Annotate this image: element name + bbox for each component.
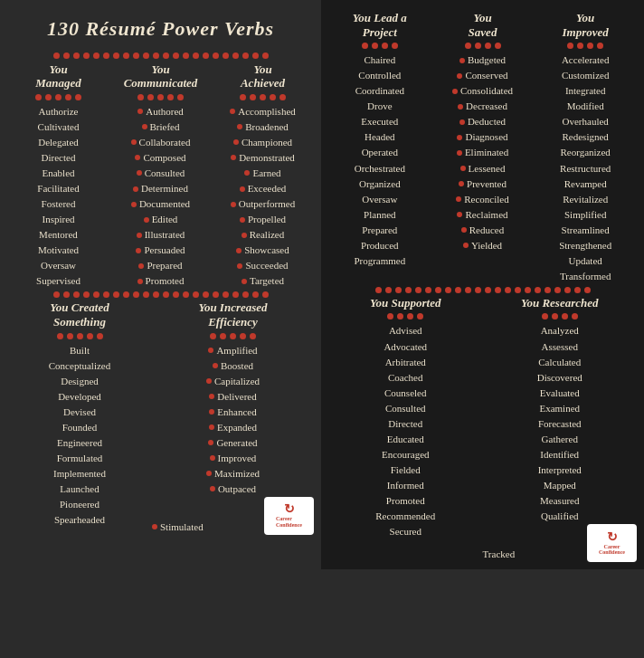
improved-col: YouImproved Accelerated Customized Integ… (534, 11, 637, 284)
logo-box-right: ↻ CareerConfidence (587, 524, 637, 562)
word: Identified (483, 447, 638, 463)
bottom-right-row: You Supported Advised Advocated Arbitrat… (328, 296, 637, 562)
word-row: Budgeted (431, 52, 535, 68)
word: Built (7, 343, 152, 358)
word: Mapped (483, 478, 638, 493)
logo-text-left: CareerConfidence (276, 516, 302, 528)
word: Examined (483, 401, 638, 416)
word-row: Amplified (152, 343, 314, 358)
word-row: Accomplished (212, 104, 314, 119)
main-container: 130 Résumé Power Verbs YouManaged Author… (0, 0, 644, 569)
word: Evaluated (483, 386, 638, 401)
word-row: Propelled (212, 212, 314, 227)
word: Developed (7, 389, 152, 405)
word-row: Boosted (152, 358, 314, 374)
main-title: 130 Résumé Power Verbs (14, 16, 307, 43)
word-row: Yielded (431, 238, 535, 253)
word: Educated (328, 432, 483, 447)
word-row: Consolidated (431, 83, 535, 99)
word-row: Determined (109, 181, 212, 196)
efficiency-col: You IncreasedEfficiency Amplified Booste… (152, 300, 314, 535)
word: Coached (328, 370, 483, 386)
word-row: Broadened (212, 119, 314, 135)
word: Assessed (483, 339, 638, 355)
managed-col: YouManaged Authorize Cultivated Delegate… (7, 62, 109, 290)
word: Transformed (534, 269, 637, 284)
word: Engineered (7, 435, 152, 451)
communicated-header: YouCommunicated (109, 62, 212, 91)
word: Customized (534, 68, 637, 83)
word-row: Reduced (431, 223, 535, 238)
logo-box-left: ↻ CareerConfidence (264, 497, 314, 535)
lead-header: You Lead aProject (328, 11, 431, 39)
researched-header: You Researched (483, 296, 638, 310)
word: Programmed (328, 253, 431, 269)
word-row: Improved (152, 451, 314, 466)
word-row: Capitalized (152, 374, 314, 389)
word: Modified (534, 99, 637, 114)
word-row: Targeted (212, 273, 314, 289)
word: Formulated (7, 451, 152, 466)
word-row: Exceeded (212, 181, 314, 196)
word-row: Demonstrated (212, 150, 314, 166)
word-row: Prevented (431, 176, 535, 192)
word: Revitalized (534, 192, 637, 207)
word: Analyzed (483, 323, 638, 339)
word: Founded (7, 420, 152, 435)
word-row: Documented (109, 196, 212, 212)
top-three-col: YouManaged Authorize Cultivated Delegate… (7, 62, 314, 290)
saved-dots (431, 43, 535, 49)
communicated-dots (109, 94, 212, 100)
right-top-col: You Lead aProject Chaired Controlled Coo… (328, 11, 637, 284)
achieved-header: YouAchieved (212, 62, 314, 91)
word-row: Decreased (431, 99, 535, 114)
word: Calculated (483, 355, 638, 370)
word: Interpreted (483, 463, 638, 478)
word: Encouraged (328, 447, 483, 463)
title-dots (7, 52, 314, 59)
word-row: Earned (212, 166, 314, 181)
word-row: Outperformed (212, 196, 314, 212)
word: Chaired (328, 52, 431, 68)
lead-dots (328, 43, 431, 49)
word: Advised (328, 323, 483, 339)
word: Controlled (328, 68, 431, 83)
lead-col: You Lead aProject Chaired Controlled Coo… (328, 11, 431, 284)
word: Reorganized (534, 145, 637, 160)
word-row: Maximized (152, 466, 314, 482)
efficiency-header: You IncreasedEfficiency (152, 300, 314, 329)
managed-header: YouManaged (7, 62, 109, 91)
word: Recommended (328, 509, 483, 524)
title-block: 130 Résumé Power Verbs (7, 7, 314, 50)
word: Inspired (7, 212, 109, 227)
word: Produced (328, 238, 431, 253)
word-row: Consulted (109, 166, 212, 181)
communicated-col: YouCommunicated Authored Briefed Collabo… (109, 62, 212, 290)
word: Integrated (534, 83, 637, 99)
word-row: Outpaced (152, 482, 314, 497)
word: Launched (7, 482, 152, 497)
bottom-left-row: You CreatedSomething Built Conceptualize… (7, 300, 314, 535)
word: Authorize (7, 104, 109, 119)
word: Informed (328, 478, 483, 493)
saved-col: YouSaved Budgeted Conserved Consolidated… (431, 11, 535, 284)
word-row: Championed (212, 135, 314, 150)
word-row: Lessened (431, 161, 535, 176)
improved-dots (534, 43, 637, 49)
word: Supervised (7, 273, 109, 289)
left-panel: 130 Résumé Power Verbs YouManaged Author… (0, 0, 321, 569)
word: Accelerated (534, 52, 637, 68)
word-row: Expanded (152, 420, 314, 435)
word-row: Edited (109, 212, 212, 227)
mid-dots-left (7, 291, 314, 298)
word: Directed (328, 416, 483, 432)
word: Implemented (7, 466, 152, 482)
supported-col: You Supported Advised Advocated Arbitrat… (328, 296, 483, 562)
word-row: Briefed (109, 119, 212, 135)
word-row: Illustrated (109, 227, 212, 243)
created-dots (7, 333, 152, 339)
word: Discovered (483, 370, 638, 386)
created-col: You CreatedSomething Built Conceptualize… (7, 300, 152, 535)
logo-icon-right: ↻ (607, 531, 618, 544)
right-panel: You Lead aProject Chaired Controlled Coo… (321, 0, 644, 569)
